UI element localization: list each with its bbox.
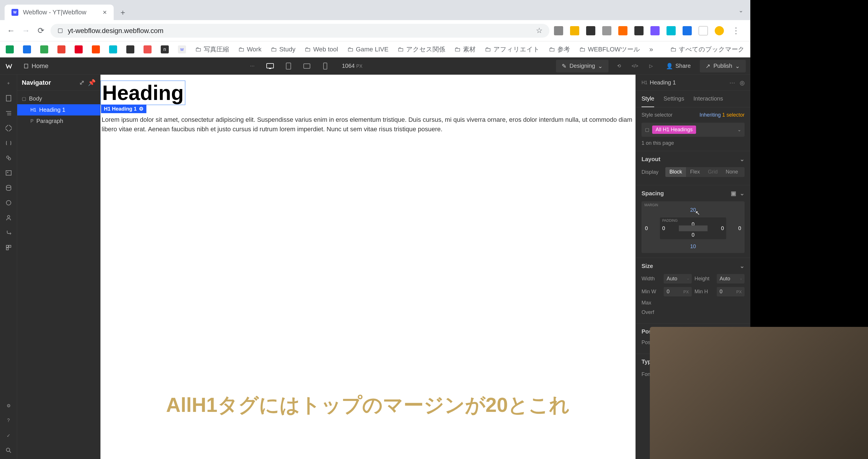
ecommerce-icon[interactable] [5,199,12,207]
collapse-icon[interactable]: ⤢ [79,79,84,86]
margin-right-input[interactable]: 0 [738,226,741,231]
designing-mode-button[interactable]: ✎Designing⌄ [556,60,609,73]
tab-dropdown-icon[interactable]: ⌄ [739,7,743,14]
display-none-button[interactable]: None [722,167,742,177]
users-icon[interactable] [5,214,12,222]
preview-icon[interactable]: ▷ [645,60,657,72]
height-input[interactable]: Auto- [717,274,745,284]
canvas-heading-element[interactable]: Heading H1 Heading 1 ⚙ [100,80,185,105]
padding-left-input[interactable]: 0 [662,226,665,231]
back-button[interactable]: ← [6,26,16,36]
bookmark-app-8[interactable] [126,46,134,53]
home-button[interactable]: Home [19,60,53,72]
search-icon[interactable] [5,447,12,454]
bookmark-app-1[interactable] [6,46,14,53]
more-icon[interactable]: ⋯ [730,79,735,86]
bookmark-folder[interactable]: 🗀素材 [454,45,476,54]
more-options-icon[interactable]: ⋯ [247,60,258,72]
bookmark-app-4[interactable] [57,46,65,53]
tab-settings[interactable]: Settings [663,91,684,107]
margin-top-input[interactable]: 20 [690,207,696,213]
audit-icon[interactable]: ✓ [5,431,12,439]
new-tab-button[interactable]: + [117,7,129,19]
display-grid-button[interactable]: Grid [704,167,722,177]
styles-icon[interactable] [5,154,12,162]
add-element-icon[interactable]: + [5,79,12,87]
tab-style[interactable]: Style [642,91,654,107]
nav-item-body[interactable]: ▢ Body [17,93,100,104]
components-icon[interactable] [5,124,12,132]
menu-icon[interactable]: ⋮ [731,26,741,36]
tablet-device-button[interactable] [282,60,295,73]
minw-input[interactable]: 0PX [663,287,691,296]
bookmark-app-3[interactable] [40,46,48,53]
ext-icon-5[interactable] [618,26,627,35]
target-icon[interactable]: ◎ [740,79,745,86]
code-icon[interactable]: </> [629,60,641,72]
layout-section-header[interactable]: Layout ⌄ [636,151,750,167]
bookmark-app-w[interactable]: w [178,46,186,53]
bookmark-folder[interactable]: 🗀写真圧縮 [195,45,229,54]
logic-icon[interactable] [5,229,12,237]
desktop-device-button[interactable] [264,60,276,73]
bookmark-folder[interactable]: 🗀Study [271,46,296,53]
ext-icon-6[interactable] [634,26,644,35]
assets-icon[interactable] [5,169,12,177]
help-icon[interactable]: ? [5,417,12,425]
star-icon[interactable]: ☆ [536,26,542,35]
bookmark-overflow[interactable]: » [649,46,653,53]
padding-right-input[interactable]: 0 [721,226,724,231]
url-input[interactable]: yt-webflow.design.webflow.com ☆ [51,24,549,38]
canvas-width[interactable]: 1064 PX [342,63,362,69]
ext-icon-2[interactable] [570,26,579,35]
bookmark-folder[interactable]: 🗀Work [238,46,261,53]
bookmark-folder[interactable]: 🗀参考 [549,45,570,54]
bookmark-app-9[interactable] [144,46,152,53]
tablet-landscape-button[interactable] [301,60,313,73]
nav-item-heading[interactable]: H1 Heading 1 [17,104,100,115]
navigator-icon[interactable] [5,109,12,117]
bookmark-folder[interactable]: 🗀Game LIVE [347,46,389,53]
canvas-paragraph-element[interactable]: Lorem ipsum dolor sit amet, consectetur … [100,114,636,135]
publish-button[interactable]: ↗Publish⌄ [700,60,746,73]
mobile-device-button[interactable] [319,60,332,73]
bookmark-app-5[interactable] [74,46,83,53]
bookmark-folder[interactable]: 🗀アクセス関係 [398,45,445,54]
reload-button[interactable]: ⟳ [36,26,46,36]
ext-icon-7[interactable] [650,26,660,35]
margin-left-input[interactable]: 0 [645,226,648,231]
extensions-button[interactable] [699,26,708,35]
apps-icon[interactable] [5,243,12,252]
element-tag-label[interactable]: H1 Heading 1 ⚙ [101,105,146,113]
size-section-header[interactable]: Size ⌄ [636,258,750,274]
tag-settings-icon[interactable]: ⚙ [139,106,144,112]
tab-interactions[interactable]: Interactions [693,91,723,107]
chevron-down-icon[interactable]: ⌄ [737,127,741,133]
ext-icon-4[interactable] [602,26,611,35]
display-flex-button[interactable]: Flex [686,167,704,177]
width-input[interactable]: Auto- [663,274,691,284]
display-block-button[interactable]: Block [665,167,686,177]
bookmark-app-n[interactable]: n [161,46,169,53]
ext-icon-8[interactable] [666,26,676,35]
forward-button[interactable]: → [21,26,31,36]
selector-state-icon[interactable]: ▢ [645,127,649,133]
webflow-logo-icon[interactable] [5,62,13,70]
spacing-options-icon[interactable]: ▣⌄ [731,190,745,197]
display-more-button[interactable]: ⌄ [742,167,745,177]
minh-input[interactable]: 0PX [717,287,745,296]
sync-icon[interactable]: ⟲ [613,60,625,72]
selector-tag-chip[interactable]: All H1 Headings [652,125,696,134]
variables-icon[interactable] [5,139,12,147]
ext-icon-9[interactable] [683,26,692,35]
pin-icon[interactable]: 📌 [88,79,96,86]
pages-icon[interactable] [5,94,12,102]
bookmark-folder[interactable]: 🗀WEBFLOWツール [579,45,640,54]
selector-input[interactable]: ▢ All H1 Headings ⌄ [642,123,745,137]
bookmark-app-6[interactable] [92,46,100,53]
bookmark-app-7[interactable] [109,46,117,53]
ext-icon-3[interactable] [586,26,595,35]
bookmark-folder[interactable]: 🗀Web tool [305,46,338,53]
design-canvas[interactable]: Heading H1 Heading 1 ⚙ Lorem ipsum dolor… [100,75,636,459]
settings-icon[interactable]: ⚙ [5,402,12,410]
